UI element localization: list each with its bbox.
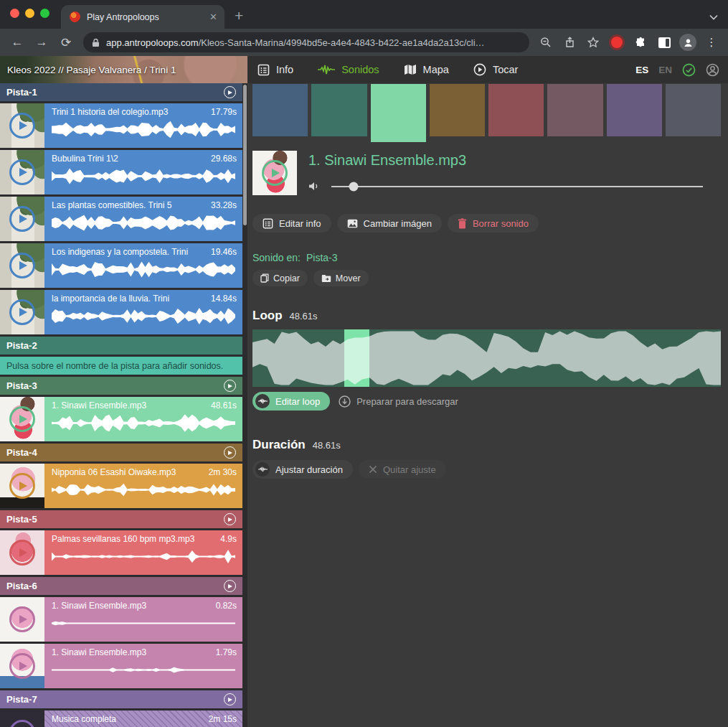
clip-play-icon[interactable] <box>9 113 35 139</box>
side-panel-icon[interactable] <box>655 33 673 52</box>
clip-row[interactable]: Nipponia 06 Esashi Oiwake.mp32m 30s <box>0 464 242 508</box>
clip-play-icon[interactable] <box>9 253 35 278</box>
address-bar[interactable]: app.antropoloops.com/Kleos-Santa-Marina/… <box>83 32 529 52</box>
clip-play-icon[interactable] <box>9 406 35 432</box>
url-path: /Kleos-Santa-Marina/4994bd5e-a4e4-4843-b… <box>199 37 485 48</box>
recording-extension-icon[interactable] <box>608 33 626 52</box>
clip-play-icon[interactable] <box>9 653 35 679</box>
track-header-pista-2[interactable]: Pista-2 <box>0 337 242 355</box>
extensions-puzzle-icon[interactable] <box>631 33 650 52</box>
sidebar-scrollbar[interactable] <box>242 83 247 727</box>
clip-row[interactable]: 1. Sinawi Ensemble.mp30.82s <box>0 597 242 642</box>
nav-tab-info[interactable]: Info <box>257 64 293 76</box>
clip-row-selected[interactable]: 1. Sinawi Ensemble.mp348.61s <box>0 397 242 441</box>
track-play-icon[interactable] <box>224 693 236 705</box>
close-window-button[interactable] <box>10 9 19 18</box>
track-swatch-2[interactable] <box>311 84 367 136</box>
nav-tab-tocar[interactable]: Tocar <box>473 63 518 76</box>
clip-row[interactable]: Los indigenas y la compostela. Trini19.4… <box>0 243 242 288</box>
clip-thumbnail[interactable] <box>0 644 44 688</box>
tab-close-icon[interactable]: ✕ <box>209 11 217 22</box>
new-tab-button[interactable]: + <box>235 7 243 29</box>
clip-row[interactable]: Palmas sevillanas 160 bpm mp3.mp34.9s <box>0 530 242 575</box>
clip-play-icon[interactable] <box>9 473 35 499</box>
track-header-pista-1[interactable]: Pista-1 <box>0 83 242 101</box>
clip-row[interactable]: Musica completa2m 15s <box>0 710 242 727</box>
edit-info-button[interactable]: Editar info <box>252 214 331 233</box>
track-swatch-3-selected[interactable] <box>371 84 426 142</box>
clip-thumbnail[interactable] <box>0 597 44 642</box>
track-play-icon[interactable] <box>224 580 236 592</box>
track-swatch-4[interactable] <box>430 84 485 136</box>
volume-slider-thumb[interactable] <box>349 182 359 191</box>
account-icon[interactable] <box>706 63 719 77</box>
track-swatch-7[interactable] <box>607 84 662 136</box>
project-breadcrumb[interactable]: Kleos 2022 // Pasaje Valvanera / Trini 1 <box>0 56 247 83</box>
edit-loop-button[interactable]: Editar loop <box>252 392 330 411</box>
share-icon[interactable] <box>560 33 579 52</box>
sound-play-icon[interactable] <box>262 160 288 186</box>
change-image-button[interactable]: Cambiar imágen <box>337 214 442 233</box>
track-swatch-6[interactable] <box>547 84 602 136</box>
nav-tab-mapa[interactable]: Mapa <box>404 64 449 75</box>
back-button[interactable]: ← <box>7 35 27 50</box>
track-swatch-8[interactable] <box>666 84 721 136</box>
clip-thumbnail[interactable] <box>0 464 44 508</box>
clip-play-icon[interactable] <box>9 299 35 325</box>
zoom-page-icon[interactable] <box>536 33 555 52</box>
move-button[interactable]: Mover <box>313 270 369 286</box>
clip-play-icon[interactable] <box>9 606 35 632</box>
track-play-icon[interactable] <box>224 380 236 392</box>
clip-row[interactable]: Las plantas comestibles. Trini 533.28s <box>0 197 242 241</box>
sound-location-track-link[interactable]: Pista-3 <box>306 252 338 263</box>
clip-thumbnail[interactable] <box>0 530 44 575</box>
volume-slider[interactable] <box>331 186 703 187</box>
clip-play-icon[interactable] <box>9 720 35 727</box>
profile-avatar[interactable] <box>679 33 697 52</box>
minimize-window-button[interactable] <box>25 9 34 18</box>
scrollbar-thumb[interactable] <box>243 85 247 225</box>
copy-button[interactable]: Copiar <box>252 270 308 286</box>
browser-menu-icon[interactable]: ⋮ <box>702 33 721 52</box>
reload-button[interactable]: ⟳ <box>56 35 76 50</box>
clip-thumbnail[interactable] <box>0 103 44 148</box>
track-play-icon[interactable] <box>224 86 236 98</box>
clip-row[interactable]: 1. Sinawi Ensemble.mp31.79s <box>0 644 242 688</box>
bookmark-star-icon[interactable] <box>584 33 602 52</box>
track-swatch-1[interactable] <box>252 84 308 136</box>
track-swatch-5[interactable] <box>488 84 544 136</box>
track-header-pista-7[interactable]: Pista-7 <box>0 690 242 708</box>
lang-es-button[interactable]: ES <box>635 65 648 75</box>
clip-row[interactable]: Bubulina Trini 1\229.68s <box>0 150 242 194</box>
zoom-window-button[interactable] <box>40 9 49 18</box>
adjust-duration-button[interactable]: Ajustar duración <box>252 460 353 479</box>
loop-waveform[interactable] <box>252 329 721 387</box>
forward-button[interactable]: → <box>32 35 52 50</box>
track-play-icon[interactable] <box>224 513 236 525</box>
clip-thumbnail[interactable] <box>0 197 44 241</box>
prepare-download-button[interactable]: Preparar para descargar <box>339 395 458 408</box>
track-header-pista-5[interactable]: Pista-5 <box>0 510 242 528</box>
macos-window-controls[interactable] <box>10 9 49 18</box>
lang-en-button[interactable]: EN <box>658 65 672 75</box>
sound-thumbnail[interactable] <box>252 151 297 195</box>
clip-play-icon[interactable] <box>9 540 35 566</box>
clip-play-icon[interactable] <box>9 159 35 185</box>
track-play-icon[interactable] <box>224 446 236 459</box>
clip-row[interactable]: la importancia de la lluvia. Trini14.84s <box>0 290 242 334</box>
clip-thumbnail[interactable] <box>0 397 44 441</box>
track-header-pista-6[interactable]: Pista-6 <box>0 577 242 595</box>
clip-row[interactable]: Trini 1 historia del colegio.mp317.79s <box>0 103 242 148</box>
track-header-pista-4[interactable]: Pista-4 <box>0 444 242 461</box>
clip-thumbnail[interactable] <box>0 150 44 194</box>
tab-search-chevron-icon[interactable] <box>709 10 718 23</box>
remove-adjust-button[interactable]: Quitar ajuste <box>359 460 446 479</box>
track-header-pista-3[interactable]: Pista-3 <box>0 377 242 395</box>
browser-tab[interactable]: Play Antropoloops ✕ <box>61 5 224 29</box>
clip-thumbnail[interactable] <box>0 290 44 334</box>
clip-play-icon[interactable] <box>9 206 35 232</box>
nav-tab-sonidos[interactable]: Sonidos <box>318 64 379 75</box>
delete-sound-button[interactable]: Borrar sonido <box>448 214 539 233</box>
clip-thumbnail[interactable] <box>0 710 44 727</box>
clip-thumbnail[interactable] <box>0 243 44 288</box>
